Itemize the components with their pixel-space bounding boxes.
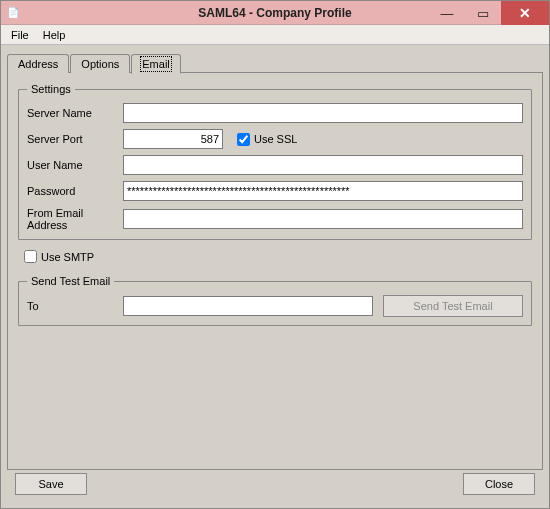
server-port-input[interactable]	[123, 129, 223, 149]
tab-address[interactable]: Address	[7, 54, 69, 73]
menu-help[interactable]: Help	[37, 27, 72, 43]
tab-email[interactable]: Email	[131, 54, 181, 74]
user-name-label: User Name	[27, 159, 123, 171]
send-test-to-input[interactable]	[123, 296, 373, 316]
app-window: 📄 SAML64 - Company Profile — ▭ ✕ File He…	[0, 0, 550, 509]
use-ssl-wrap: Use SSL	[237, 133, 297, 146]
window-controls: — ▭ ✕	[429, 1, 549, 24]
titlebar[interactable]: 📄 SAML64 - Company Profile — ▭ ✕	[1, 1, 549, 25]
settings-legend: Settings	[27, 83, 75, 95]
from-email-label: From Email Address	[27, 207, 123, 231]
send-test-legend: Send Test Email	[27, 275, 114, 287]
settings-group: Settings Server Name Server Port Use SSL…	[18, 83, 532, 240]
bottom-bar: Save Close	[7, 470, 543, 502]
password-input[interactable]	[123, 181, 523, 201]
maximize-button[interactable]: ▭	[465, 1, 501, 25]
server-name-input[interactable]	[123, 103, 523, 123]
save-button[interactable]: Save	[15, 473, 87, 495]
use-smtp-checkbox[interactable]	[24, 250, 37, 263]
minimize-button[interactable]: —	[429, 1, 465, 25]
send-test-to-label: To	[27, 300, 123, 312]
tab-email-panel: Settings Server Name Server Port Use SSL…	[7, 72, 543, 470]
client-area: Address Options Email Settings Server Na…	[1, 45, 549, 508]
password-label: Password	[27, 185, 123, 197]
use-ssl-checkbox[interactable]	[237, 133, 250, 146]
send-test-email-button[interactable]: Send Test Email	[383, 295, 523, 317]
close-window-button[interactable]: ✕	[501, 1, 549, 25]
menubar: File Help	[1, 25, 549, 45]
server-port-label: Server Port	[27, 133, 123, 145]
menu-file[interactable]: File	[5, 27, 35, 43]
from-email-input[interactable]	[123, 209, 523, 229]
server-name-label: Server Name	[27, 107, 123, 119]
tab-options[interactable]: Options	[70, 54, 130, 73]
use-ssl-label: Use SSL	[254, 133, 297, 145]
send-test-group: Send Test Email To Send Test Email	[18, 275, 532, 326]
app-icon: 📄	[5, 5, 21, 21]
user-name-input[interactable]	[123, 155, 523, 175]
tabs: Address Options Email	[7, 51, 543, 73]
use-smtp-wrap: Use SMTP	[24, 250, 532, 263]
use-smtp-label: Use SMTP	[41, 251, 94, 263]
close-button[interactable]: Close	[463, 473, 535, 495]
